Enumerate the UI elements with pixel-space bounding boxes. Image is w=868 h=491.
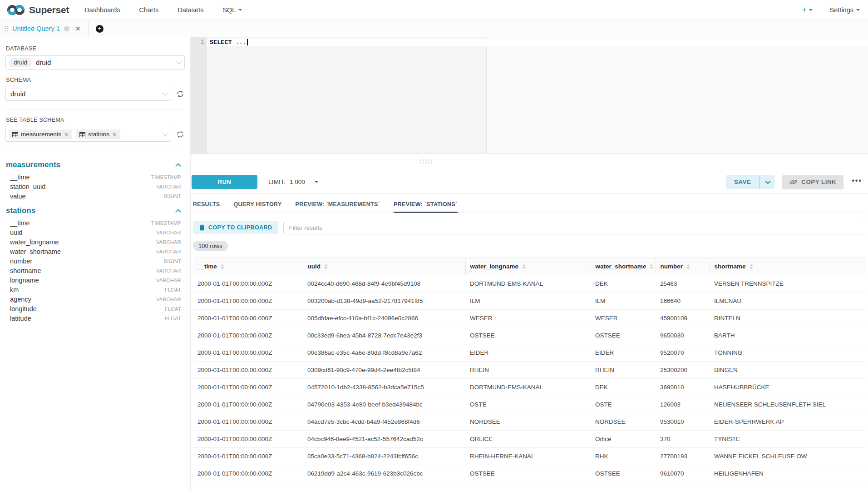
editor-gutter: 1 [191,37,207,154]
top-navbar: Superset Dashboards Charts Datasets SQL … [0,0,868,20]
cell-time: 2000-01-01T00:00:00.000Z [193,413,303,431]
settings-menu[interactable]: Settings [830,6,860,14]
table-schema-select[interactable]: measurements ✕ stations ✕ [5,127,171,142]
sort-icon[interactable] [650,264,653,269]
cell-water-longname: ORLICE [465,431,591,448]
tab-query-history[interactable]: QUERY HISTORY [234,201,282,213]
copy-to-clipboard-button[interactable]: COPY TO CLIPBOARD [193,221,278,234]
column-header-uuid[interactable]: uuid [303,258,465,275]
save-options-button[interactable] [759,175,775,189]
more-actions-button[interactable]: ••• [851,177,863,188]
nav-dashboards[interactable]: Dashboards [84,6,120,14]
cell-time: 2000-01-01T00:00:00.000Z [193,379,303,396]
limit-dropdown[interactable]: LIMIT: 1 000 [268,179,318,185]
brand-name: Superset [29,5,69,15]
table-row: 2000-01-01T00:00:00.000Z 04572010-1db2-4… [193,379,865,396]
copy-link-button[interactable]: COPY LINK [782,175,843,189]
cell-uuid: 0024cc40-d690-468d-84f9-4e9bf45d9108 [303,275,465,293]
close-tab-icon[interactable]: ✕ [75,25,81,32]
run-button[interactable]: RUN [192,175,257,189]
schema-column-row: __time TIMESTAMP [5,172,185,182]
schema-column-row: longitude FLOAT [5,304,185,313]
refresh-schema-icon[interactable] [176,89,185,99]
remove-table-icon[interactable]: ✕ [112,131,117,138]
table-chip-measurements[interactable]: measurements ✕ [9,129,72,139]
cell-time: 2000-01-01T00:00:00.000Z [193,293,303,310]
cell-water-shortname: OSTSEE [591,465,656,482]
cell-shortname: HASEHUBBRÜCKE [710,379,865,396]
print-margin-line [486,37,487,154]
column-header-shortname[interactable]: shortname [710,258,865,275]
query-tabstrip: Untitled Query 1 ✕ + [0,20,868,37]
database-backend-chip: druid [9,58,32,67]
table-name-stations[interactable]: stations [6,206,35,215]
schema-section-stations: stations __time TIMESTAMP uuid VARCHAR [5,203,185,323]
sql-code-line[interactable]: SELECT ... [207,39,868,46]
column-name: latitude [10,315,31,322]
cell-number: 370 [656,431,710,448]
column-type: FLOAT [165,316,181,321]
tab-preview-stations[interactable]: PREVIEW: `STATIONS` [394,201,457,213]
sort-icon[interactable] [324,264,328,269]
nav-datasets[interactable]: Datasets [178,6,203,14]
cell-time: 2000-01-01T00:00:00.000Z [193,431,303,448]
schema-select[interactable]: druid [5,87,171,101]
link-icon [789,179,797,186]
table-name-measurements[interactable]: measurements [6,160,60,169]
cell-shortname: TÖNNING [710,344,865,362]
filter-results-input[interactable] [283,221,865,234]
cell-number: 9650030 [656,327,710,344]
column-name: longname [10,277,39,284]
save-button[interactable]: SAVE [726,175,759,189]
table-chip-stations[interactable]: stations ✕ [76,129,120,139]
sort-icon[interactable] [522,264,526,269]
column-header-time[interactable]: __time [193,258,303,275]
database-select[interactable]: druid druid [5,55,185,69]
collapse-icon[interactable] [175,163,181,169]
remove-table-icon[interactable]: ✕ [64,131,69,138]
row-count-badge: 100 rows [193,241,228,251]
column-header-number[interactable]: number [656,258,710,275]
tab-preview-measurements[interactable]: PREVIEW: `MEASUREMENTS` [296,201,380,213]
column-type: VARCHAR [156,239,181,245]
query-tab[interactable]: Untitled Query 1 ✕ [0,20,89,37]
pane-resizer[interactable] [191,154,868,171]
column-name: number [10,258,32,265]
cell-number: 27700193 [656,448,710,465]
cell-uuid: 05ca0e33-5c71-4368-b824-2243fcff656c [303,448,465,465]
schema-column-row: water_shortname VARCHAR [5,247,185,256]
cell-shortname: WANNE EICKEL SCHLEUSE OW [710,448,865,465]
editor-toolbar: RUN LIMIT: 1 000 SAVE COPY LINK [191,171,868,193]
tab-results[interactable]: RESULTS [193,201,220,213]
column-type: TIMESTAMP [151,174,181,180]
sql-editor[interactable]: 1 SELECT ... [191,37,868,154]
cell-shortname: RINTELN [710,310,865,327]
cell-uuid: 00c33ed9-6bea-45b4-8728-7edc7e43e2f3 [303,327,465,344]
collapse-icon[interactable] [175,209,181,215]
column-name: agency [10,296,31,303]
cell-water-longname: WESER [465,310,591,327]
drag-handle-icon[interactable] [5,26,8,32]
nav-sql-menu[interactable]: SQL [222,6,242,14]
stations-columns: __time TIMESTAMP uuid VARCHAR water_long… [5,218,185,323]
sort-icon[interactable] [686,264,690,269]
cell-water-longname: OSTSEE [465,465,591,482]
schema-column-row: __time TIMESTAMP [5,218,185,228]
table-row: 2000-01-01T00:00:00.000Z 04acd7e5-3cbc-4… [193,413,865,431]
column-header-water-shortname[interactable]: water_shortname [591,258,656,275]
add-tab-button[interactable]: + [96,25,104,33]
divider [5,109,185,109]
cell-water-shortname: Orlice [591,431,656,448]
cell-water-longname: OSTSEE [465,327,591,344]
sort-icon[interactable] [750,264,753,269]
table-icon [12,132,18,137]
superset-brand[interactable]: Superset [6,4,69,16]
nav-charts[interactable]: Charts [139,6,158,14]
column-header-water-longname[interactable]: water_longname [465,258,591,275]
cell-water-shortname: EIDER [591,344,656,362]
refresh-tables-icon[interactable] [176,130,185,139]
schema-column-row: water_longname VARCHAR [5,237,185,247]
new-item-button[interactable]: + [802,5,813,15]
cell-time: 2000-01-01T00:00:00.000Z [193,465,303,482]
sort-icon[interactable] [221,264,224,269]
